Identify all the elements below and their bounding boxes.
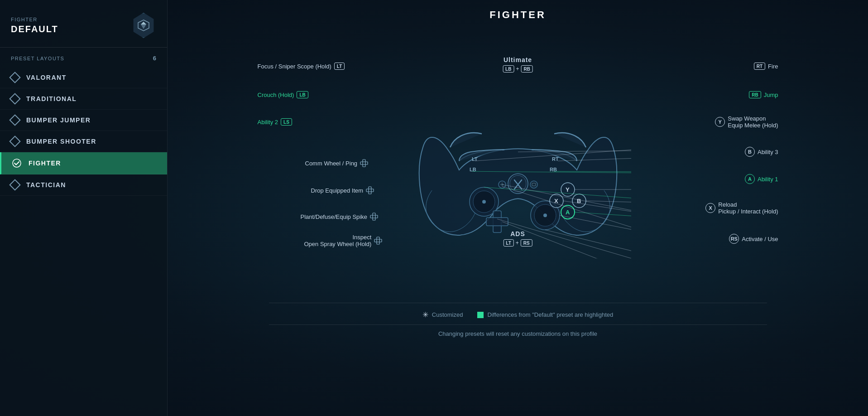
profile-name: DEFAULT [11,24,58,34]
profile-header: FIGHTER DEFAULT [0,0,167,48]
focus-text: Focus / Sniper Scope (Hold) [258,63,331,70]
lb-badge-crouch: LB [297,91,308,98]
svg-line-43 [545,230,631,258]
x-badge: X [705,203,715,213]
profile-label: FIGHTER [11,17,58,22]
rs-badge-activate: RS [729,234,739,244]
dpad-icon-plant [370,213,378,221]
plus-sign: + [516,66,519,72]
rs-badge: RS [521,239,532,247]
commwheel-text: Comm Wheel / Ping [305,160,358,167]
plus-sign: + [516,240,519,246]
sidebar-item-bumper-shooter[interactable]: BUMPER SHOOTER [0,131,167,152]
legend-customized: ✳ Customized [422,310,463,319]
footer-area: ✳ Customized Differences from "Default" … [269,297,767,337]
controller-diagram: LT LB RT RB [246,25,790,297]
rb-badge: RB [521,65,532,73]
label-ability3: B Ability 3 [745,147,778,157]
svg-point-17 [543,213,547,217]
inspect-text: Inspect [304,234,372,241]
dpad-icon-inspect [374,237,382,245]
sidebar-item-tactician[interactable]: TACTICIAN [0,174,167,196]
sidebar-item-valorant[interactable]: VALORANT [0,67,167,88]
ultimate-badges: LB + RB [503,65,533,73]
ads-text: ADS [503,230,532,237]
svg-rect-19 [486,218,508,226]
svg-rect-51 [374,239,382,242]
preset-item-label: TRADITIONAL [26,95,77,102]
ability1-text: Ability 1 [758,176,778,183]
y-badge: Y [715,117,725,127]
label-ads: ADS LT + RS [503,230,532,247]
crouch-text: Crouch (Hold) [258,92,294,98]
customized-label: Customized [432,311,463,318]
preset-section-header: PRESET LAYOUTS 6 [0,48,167,67]
label-crouch: Crouch (Hold) LB [258,91,308,98]
svg-point-14 [482,200,486,203]
sidebar: FIGHTER DEFAULT PRESET LAYOUTS 6 VALORAN… [0,0,168,416]
preset-count: 6 [153,55,156,62]
valorant-logo-icon [136,18,151,33]
preset-item-label: BUMPER JUMPER [26,116,91,124]
preset-item-label: BUMPER SHOOTER [26,138,96,145]
preset-list: VALORANT TRADITIONAL BUMPER JUMPER BUMPE… [0,67,167,416]
svg-rect-44 [363,160,365,167]
svg-point-0 [13,159,21,167]
sidebar-item-fighter[interactable]: FIGHTER [0,152,167,174]
label-dropitem: Drop Equipped Item [311,186,374,194]
preset-section-label: PRESET LAYOUTS [11,56,64,61]
swap-text: Swap Weapon [728,115,778,122]
page-title: FIGHTER [489,9,546,21]
check-icon [12,159,21,168]
svg-rect-48 [373,213,375,220]
preset-item-label: VALORANT [26,74,67,81]
label-commwheel: Comm Wheel / Ping [305,159,369,167]
label-plant: Plant/Defuse/Equip Spike [301,213,378,221]
a-badge: A [745,174,755,184]
svg-rect-45 [360,162,368,164]
lt-badge-focus: LT [334,63,345,70]
rt-badge-fire: RT [754,63,765,70]
ability3-text: Ability 3 [758,149,778,155]
legend: ✳ Customized Differences from "Default" … [269,310,767,319]
highlight-color-box [477,312,484,318]
label-fire: RT Fire [754,63,778,70]
divider-2 [269,324,767,325]
label-ability1: A Ability 1 [745,174,778,184]
plant-text: Plant/Defuse/Equip Spike [301,213,367,220]
lt-badge: LT [503,239,513,247]
label-inspect: Inspect Open Spray Wheel (Hold) [304,234,383,247]
sidebar-item-traditional[interactable]: TRADITIONAL [0,88,167,110]
diamond-icon [9,114,20,126]
svg-text:A: A [566,209,570,216]
label-focus: Focus / Sniper Scope (Hold) LT [258,63,345,70]
preset-item-label: FIGHTER [29,160,61,167]
legend-differences: Differences from "Default" preset are hi… [477,311,613,318]
activateuse-text: Activate / Use [742,236,778,242]
reload-text: Reload [718,201,778,208]
divider [269,303,767,303]
label-reload: X Reload Pickup / Interact (Hold) [705,201,778,215]
reset-warning: Changing presets will reset any customiz… [269,330,767,337]
label-ultimate: Ultimate LB + RB [503,56,533,73]
sidebar-item-bumper-jumper[interactable]: BUMPER JUMPER [0,110,167,131]
rb-badge-jump: RB [749,91,761,98]
dpad-icon-dropitem [366,186,374,194]
b-badge: B [745,147,755,157]
label-ability2: Ability 2 LS [258,118,292,126]
label-activateuse: RS Activate / Use [729,234,778,244]
ability2-text: Ability 2 [258,119,278,126]
svg-rect-46 [369,187,371,194]
ultimate-text: Ultimate [503,56,533,63]
main-content: FIGHTER [168,0,868,416]
diamond-icon [9,72,20,83]
svg-point-8 [530,181,537,188]
differences-label: Differences from "Default" preset are hi… [487,311,613,318]
profile-icon [131,13,156,38]
label-jump: RB Jump [749,91,778,98]
spray-text: Open Spray Wheel (Hold) [304,241,372,247]
ads-badges: LT + RS [503,239,532,247]
profile-info: FIGHTER DEFAULT [11,17,58,34]
diamond-icon [9,179,20,190]
svg-text:Y: Y [566,186,570,193]
